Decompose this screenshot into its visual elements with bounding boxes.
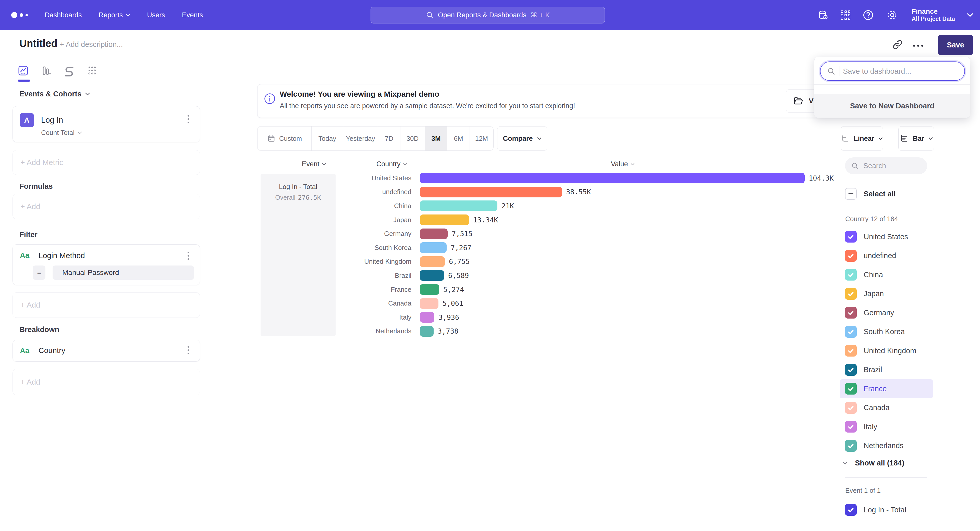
checkbox-checked[interactable] [845, 440, 857, 452]
nav-item-reports[interactable]: Reports [99, 11, 130, 19]
bar-south-korea[interactable] [420, 242, 447, 253]
tab-insights[interactable] [18, 65, 29, 76]
report-title[interactable]: Untitled [19, 38, 57, 49]
filter-card[interactable]: Aa Login Method = Manual Password [13, 244, 200, 285]
add-metric-button[interactable]: + Add Metric [13, 150, 200, 175]
legend-country-united-kingdom[interactable]: United Kingdom [840, 341, 933, 360]
checkbox-checked[interactable] [845, 504, 857, 516]
save-button[interactable]: Save [938, 35, 973, 55]
bar-italy[interactable] [420, 312, 434, 323]
project-switcher[interactable]: Finance All Project Data [912, 8, 955, 22]
breakdown-property-name[interactable]: Country [38, 346, 65, 355]
checkbox-checked[interactable] [845, 307, 857, 319]
checkbox-checked[interactable] [845, 383, 857, 395]
bar-france[interactable] [420, 284, 439, 295]
add-breakdown-button[interactable]: + Add [13, 369, 200, 395]
data-management-icon[interactable] [818, 9, 829, 21]
breakdown-kebab-icon[interactable] [188, 346, 189, 354]
legend-country-japan[interactable]: Japan [840, 284, 933, 303]
metric-kebab-icon[interactable] [188, 115, 189, 123]
legend-country-south-korea[interactable]: South Korea [840, 322, 933, 341]
nav-item-users[interactable]: Users [147, 11, 165, 19]
filter-operator[interactable]: = [33, 265, 45, 280]
add-formula-button[interactable]: + Add [13, 194, 200, 219]
value-column-header[interactable]: Value [611, 160, 635, 168]
tab-retention[interactable] [86, 65, 98, 76]
chart-row-italy: Italy3,936 [336, 311, 846, 324]
checkbox-checked[interactable] [845, 250, 857, 262]
chart-type-button[interactable]: Bar [898, 126, 934, 151]
add-description-field[interactable]: + Add description... [60, 40, 123, 49]
metric-event-name[interactable]: Log In [41, 116, 63, 125]
bar-netherlands[interactable] [420, 326, 434, 337]
show-all-button[interactable]: Show all (184) [843, 454, 904, 472]
select-all-row[interactable]: Select all [845, 188, 896, 200]
legend-search-input[interactable]: Search [845, 157, 927, 174]
date-range-7d[interactable]: 7D [378, 127, 401, 151]
date-range-12m[interactable]: 12M [470, 127, 493, 151]
breakdown-card[interactable]: Aa Country [13, 340, 200, 361]
date-range-3m[interactable]: 3M [425, 127, 447, 151]
date-range-today[interactable]: Today [312, 127, 343, 151]
select-all-checkbox[interactable] [845, 188, 857, 200]
bar-china[interactable] [420, 200, 497, 211]
date-range-6m[interactable]: 6M [447, 127, 470, 151]
bar-brazil[interactable] [420, 270, 444, 281]
legend-country-brazil[interactable]: Brazil [840, 360, 933, 379]
filter-value[interactable]: Manual Password [52, 265, 194, 280]
add-filter-button[interactable]: + Add [13, 292, 200, 318]
checkbox-checked[interactable] [845, 269, 857, 281]
metric-card[interactable]: A Log In Count Total [13, 106, 200, 142]
checkbox-checked[interactable] [845, 231, 857, 243]
legend-country-undefined[interactable]: undefined [840, 246, 933, 265]
nav-item-dashboards[interactable]: Dashboards [45, 11, 82, 19]
report-header: Untitled + Add description... Save [0, 30, 980, 59]
tab-funnels[interactable] [40, 65, 52, 76]
bar-canada[interactable] [420, 298, 438, 309]
legend-event-log-in-total[interactable]: Log In - Total [840, 500, 933, 520]
nav-item-events[interactable]: Events [182, 11, 203, 19]
date-range-yesterday[interactable]: Yesterday [343, 127, 378, 151]
bar-category-label: South Korea [336, 244, 411, 252]
legend-country-canada[interactable]: Canada [840, 398, 933, 417]
date-range-custom[interactable]: Custom [258, 127, 312, 151]
metric-aggregation[interactable]: Count Total [41, 129, 82, 137]
checkbox-checked[interactable] [845, 421, 857, 433]
filter-kebab-icon[interactable] [188, 252, 189, 260]
bar-japan[interactable] [420, 214, 469, 225]
events-cohorts-heading[interactable]: Events & Cohorts [19, 90, 90, 98]
legend-country-china[interactable]: China [840, 265, 933, 284]
compare-button[interactable]: Compare [497, 126, 547, 151]
bar-germany[interactable] [420, 228, 448, 239]
legend-country-germany[interactable]: Germany [840, 303, 933, 322]
apps-grid-icon[interactable] [841, 11, 850, 20]
bar-united-states[interactable] [420, 173, 805, 183]
save-dashboard-search[interactable] [820, 62, 965, 81]
help-icon[interactable] [862, 9, 874, 21]
filter-property-name[interactable]: Login Method [38, 251, 85, 260]
checkbox-checked[interactable] [845, 364, 857, 376]
tab-flows[interactable] [63, 65, 75, 76]
checkbox-checked[interactable] [845, 288, 857, 300]
legend-country-france[interactable]: France [840, 379, 933, 398]
legend-country-netherlands[interactable]: Netherlands [840, 436, 933, 455]
copy-link-icon[interactable] [892, 39, 904, 51]
checkbox-checked[interactable] [845, 402, 857, 414]
save-dashboard-input[interactable] [843, 63, 964, 79]
date-range-30d[interactable]: 30D [401, 127, 425, 151]
bar-undefined[interactable] [420, 187, 562, 197]
legend-country-united-states[interactable]: United States [840, 227, 933, 246]
legend-country-italy[interactable]: Italy [840, 417, 933, 436]
bar-united-kingdom[interactable] [420, 256, 445, 267]
settings-gear-icon[interactable] [886, 9, 898, 21]
mixpanel-logo-icon[interactable] [11, 12, 28, 18]
more-options-icon[interactable] [913, 45, 923, 47]
country-column-header[interactable]: Country [376, 160, 407, 168]
event-summary-cell[interactable]: Log In - Total Overall276.5K [261, 174, 336, 336]
scale-selector-button[interactable]: Linear [841, 126, 883, 151]
checkbox-checked[interactable] [845, 345, 857, 357]
save-to-new-dashboard-button[interactable]: Save to New Dashboard [815, 94, 970, 117]
event-column-header[interactable]: Event [302, 160, 326, 168]
checkbox-checked[interactable] [845, 326, 857, 338]
global-search-input[interactable]: Open Reports & Dashboards ⌘ + K [371, 6, 605, 24]
